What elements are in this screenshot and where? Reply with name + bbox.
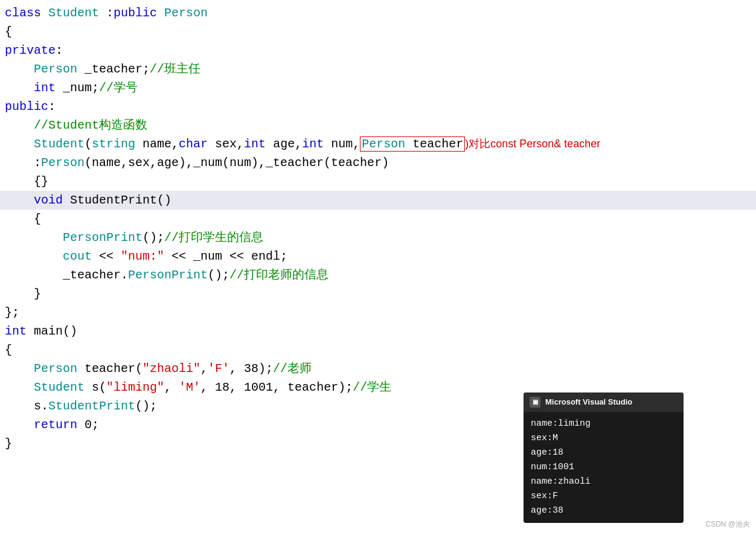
- code-line-4: Person _teacher;//班主任: [0, 60, 756, 78]
- console-line-6: sex:F: [531, 489, 676, 504]
- console-icon: ▣: [530, 397, 540, 408]
- console-title-bar: ▣ Microsoft Visual Studio: [524, 392, 684, 412]
- code-line-7: //Student构造函数: [0, 116, 756, 135]
- base-class: Person: [164, 4, 208, 22]
- keyword-class: class: [5, 4, 48, 22]
- code-line-6: public:: [0, 97, 756, 116]
- class-name: Student: [48, 4, 106, 22]
- console-title: Microsoft Visual Studio: [545, 396, 632, 408]
- code-line-16: }: [0, 284, 756, 303]
- code-line-1: class Student :public Person: [0, 4, 756, 22]
- code-line-9: :Person(name,sex,age),_num(num),_teacher…: [0, 153, 756, 172]
- keyword-public: public: [114, 4, 164, 22]
- console-body: name:liming sex:M age:18 num:1001 name:z…: [524, 412, 684, 523]
- console-line-3: age:18: [531, 446, 676, 460]
- code-line-15: _teacher.PersonPrint();//打印老师的信息: [0, 266, 756, 284]
- colon: :: [106, 4, 114, 22]
- code-line-2: {: [0, 22, 756, 41]
- code-line-11: void StudentPrint(): [0, 191, 756, 210]
- code-line-12: {: [0, 210, 756, 228]
- code-line-14: cout << "num:" << _num << endl;: [0, 247, 756, 266]
- code-line-19: {: [0, 341, 756, 359]
- code-line-17: };: [0, 303, 756, 322]
- console-line-1: name:liming: [531, 417, 676, 431]
- console-line-5: name:zhaoli: [531, 475, 676, 489]
- code-line-13: PersonPrint();//打印学生的信息: [0, 228, 756, 247]
- code-line-8: Student(string name,char sex,int age,int…: [0, 135, 756, 153]
- annotation-text: )对比const Person& teacher: [465, 136, 600, 153]
- console-line-2: sex:M: [531, 431, 676, 446]
- csdn-watermark: CSDN @池央: [705, 519, 750, 530]
- code-line-18: int main(): [0, 322, 756, 341]
- code-line-10: {}: [0, 172, 756, 191]
- code-line-20: Person teacher("zhaoli",'F', 38);//老师: [0, 359, 756, 378]
- keyword-private: private: [5, 41, 56, 60]
- console-window: ▣ Microsoft Visual Studio name:liming se…: [524, 392, 684, 523]
- code-line-5: int _num;//学号: [0, 78, 756, 97]
- console-line-4: num:1001: [531, 460, 676, 475]
- code-line-3: private:: [0, 41, 756, 60]
- keyword-public2: public: [5, 97, 48, 116]
- code-editor: class Student :public Person { private: …: [0, 0, 756, 535]
- console-line-7: age:38: [531, 504, 676, 518]
